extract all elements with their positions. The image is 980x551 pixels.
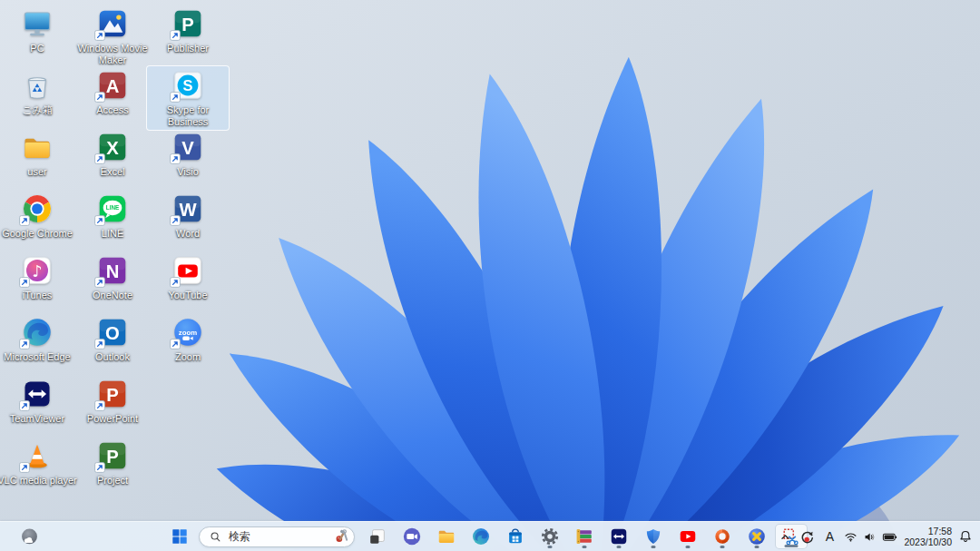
desktop-icon-zoom[interactable]: zoomZoom (146, 312, 230, 366)
outlook-icon: O (96, 316, 129, 349)
svg-text:X: X (106, 138, 119, 158)
search-highlight-icon (335, 528, 351, 545)
shortcut-arrow-icon (94, 277, 105, 288)
defender-icon (643, 526, 663, 546)
svg-text:N: N (106, 261, 120, 281)
notification-center-button[interactable] (955, 524, 976, 549)
taskbar-app-teamviewer[interactable] (603, 524, 635, 549)
svg-text:A: A (106, 76, 120, 96)
desktop-icon-onenote[interactable]: NOneNote (71, 251, 154, 304)
desktop-icon-label: ごみ箱 (22, 104, 53, 116)
taskbar-app-chat[interactable] (396, 524, 428, 549)
sync-arrow-red-dot-icon (799, 528, 816, 546)
desktop-icon-line[interactable]: LINELINE (71, 189, 154, 242)
taskbar-app-office[interactable] (706, 524, 739, 549)
desktop-icon-pc[interactable]: PC (0, 4, 79, 57)
winrar-icon (574, 526, 594, 546)
teamviewer-icon (609, 526, 629, 546)
tray-overflow-chevron-button[interactable] (774, 524, 796, 549)
desktop-icon-publisher[interactable]: PPublisher (146, 4, 230, 57)
taskbar-app-file-explorer[interactable] (430, 524, 463, 549)
svg-text:♪: ♪ (32, 261, 43, 280)
taskbar-app-winrar[interactable] (568, 524, 601, 549)
bell-icon (957, 528, 974, 545)
desktop-icon-project[interactable]: PProject (71, 436, 154, 489)
settings-icon (540, 526, 560, 546)
ime-mode-button[interactable]: A (818, 524, 840, 549)
taskbar-app-youtube-tb[interactable] (671, 524, 704, 549)
running-indicator (652, 546, 656, 548)
network-volume-battery-button[interactable] (840, 524, 901, 549)
desktop-icon-outlook[interactable]: OOutlook (71, 312, 154, 366)
shortcut-arrow-icon (94, 92, 105, 103)
file-explorer-icon (436, 526, 456, 546)
desktop-icon-label: Project (97, 475, 128, 487)
desktop-icon-visio[interactable]: VVisio (146, 127, 230, 181)
desktop-icon-youtube[interactable]: YouTube (146, 251, 230, 304)
clock[interactable]: 17:58 2023/10/30 (901, 524, 955, 549)
powerpoint-icon: P (96, 378, 129, 410)
ime-mode-label: A (826, 529, 834, 544)
desktop-icon-chrome[interactable]: Google Chrome (0, 189, 79, 242)
shortcut-arrow-icon (94, 153, 105, 164)
shortcut-arrow-icon (170, 339, 181, 349)
desktop-icon-label: Excel (101, 166, 125, 178)
shortcut-arrow-icon (170, 30, 181, 41)
desktop-icon-label: Word (176, 228, 200, 240)
shortcut-arrow-icon (94, 30, 105, 41)
widgets-weather-button[interactable] (13, 524, 45, 549)
chevron-up-icon (778, 529, 793, 545)
desktop-icon-powerpoint[interactable]: PPowerPoint (71, 374, 154, 428)
tray-sync-status-button[interactable] (796, 524, 818, 549)
shortcut-arrow-icon (94, 215, 105, 226)
taskbar: 検索 A 17:58 2023/10/30 (0, 521, 980, 551)
desktop-icon-label: LINE (102, 228, 123, 240)
desktop-icon-label: YouTube (168, 290, 207, 301)
taskbar-app-store[interactable] (499, 524, 532, 549)
shortcut-arrow-icon (19, 277, 30, 288)
running-indicator (755, 546, 760, 548)
desktop-icon-label: Outlook (95, 351, 130, 363)
desktop-icon-teamviewer[interactable]: TeamViewer (0, 374, 79, 428)
search-icon (209, 530, 222, 544)
desktop-icon-recycle-bin[interactable]: ごみ箱 (0, 65, 79, 119)
battery-icon (881, 528, 898, 546)
desktop-icon-excel[interactable]: XExcel (71, 127, 154, 181)
taskbar-app-x-app[interactable] (740, 524, 773, 549)
taskbar-app-settings[interactable] (534, 524, 566, 549)
excel-icon: X (96, 131, 129, 163)
start-button[interactable] (163, 524, 196, 549)
recycle-bin-icon (21, 69, 54, 102)
taskbar-app-edge[interactable] (465, 524, 497, 549)
movie-maker-icon (96, 7, 129, 40)
desktop-icon-label: iTunes (23, 290, 53, 301)
desktop-icon-folder[interactable]: user (0, 127, 79, 181)
desktop-icon-itunes[interactable]: ♪iTunes (0, 251, 79, 304)
svg-text:O: O (105, 323, 120, 343)
running-indicator (548, 546, 553, 548)
desktop-icon-label: Skype for Business (147, 104, 229, 128)
desktop-icon-label: Access (96, 104, 128, 116)
desktop-icon-grid: PCごみ箱userGoogle Chrome♪iTunesMicrosoft E… (0, 0, 980, 521)
desktop-icon-word[interactable]: WWord (146, 189, 230, 242)
shortcut-arrow-icon (19, 462, 30, 473)
onenote-icon: N (96, 254, 129, 287)
desktop-icon-skype-business[interactable]: SSkype for Business (146, 65, 230, 131)
search-box[interactable]: 検索 (199, 526, 355, 547)
desktop-icon-movie-maker[interactable]: Windows Movie Maker (71, 4, 154, 69)
desktop-icon-edge[interactable]: Microsoft Edge (0, 312, 79, 366)
svg-text:S: S (182, 77, 192, 93)
windows-start-icon (170, 526, 190, 546)
store-icon (505, 526, 525, 546)
desktop-icon-label: OneNote (93, 290, 132, 301)
desktop-icon-vlc[interactable]: VLC media player (0, 436, 79, 489)
desktop-icon-label: Publisher (167, 43, 209, 54)
taskbar-app-defender[interactable] (637, 524, 670, 549)
desktop-icon-access[interactable]: AAccess (71, 65, 154, 119)
clock-time: 17:58 (928, 526, 952, 536)
search-placeholder: 検索 (229, 529, 328, 545)
desktop-icon-label: Windows Movie Maker (72, 43, 153, 66)
running-indicator (617, 546, 622, 548)
pc-icon (21, 7, 54, 40)
taskbar-app-task-view[interactable] (361, 524, 394, 549)
